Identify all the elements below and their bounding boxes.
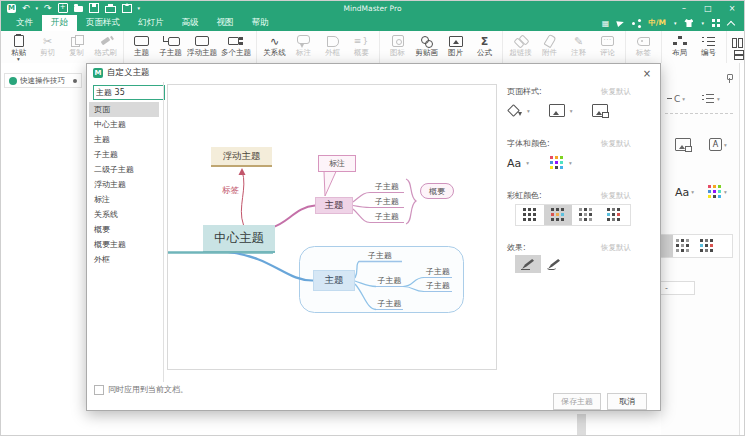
- preview-topic-pink[interactable]: 主题: [315, 197, 353, 214]
- menu-tab[interactable]: 文件: [7, 15, 42, 31]
- ribbon-button[interactable]: 图标: [383, 33, 412, 58]
- ribbon-button[interactable]: 标签: [629, 33, 658, 58]
- ribbon-button[interactable]: 注释: [564, 33, 593, 58]
- theme-name-input[interactable]: [93, 85, 165, 100]
- ribbon-button[interactable]: 编号: [694, 33, 723, 58]
- menu-tab[interactable]: 开始: [42, 15, 77, 31]
- preview-subtopic[interactable]: 子主题: [358, 249, 402, 262]
- effect-option-1[interactable]: [515, 255, 541, 273]
- ribbon-button[interactable]: 超链接: [506, 33, 535, 58]
- caret-icon[interactable]: ▾: [569, 160, 572, 166]
- style-list-item[interactable]: 概要: [89, 222, 159, 237]
- ribbon-button[interactable]: 格式刷: [91, 33, 120, 58]
- undo-button[interactable]: ↶: [22, 2, 30, 14]
- skin-button[interactable]: [684, 19, 693, 27]
- ribbon-button[interactable]: 外框: [318, 33, 347, 58]
- style-list-item[interactable]: 页面: [89, 102, 159, 117]
- ribbon-button[interactable]: 主题: [127, 33, 156, 58]
- ribbon-button[interactable]: 浮动主题: [185, 33, 219, 58]
- ribbon-button[interactable]: 公式: [470, 33, 499, 58]
- open-button[interactable]: [74, 2, 83, 14]
- ribbon-button[interactable]: 评论: [593, 33, 622, 58]
- rainbow-option-1[interactable]: [516, 205, 544, 225]
- preview-central-topic[interactable]: 中心主题: [203, 225, 275, 253]
- ribbon-button[interactable]: 标注: [289, 33, 318, 58]
- qr-code-icon[interactable]: ▦: [602, 19, 610, 28]
- theme-grid-icon[interactable]: [676, 239, 679, 242]
- ribbon-button[interactable]: 图片: [441, 33, 470, 58]
- style-list-item[interactable]: 中心主题: [89, 117, 159, 132]
- ribbon-button[interactable]: 关系线: [260, 33, 289, 58]
- print-button[interactable]: [105, 2, 116, 14]
- redo-button[interactable]: ↷: [44, 2, 52, 14]
- style-list-item[interactable]: 子主题: [89, 147, 159, 162]
- export-button[interactable]: [122, 2, 132, 14]
- menu-tab[interactable]: 页面样式: [77, 15, 129, 31]
- menu-tab[interactable]: 高级: [173, 15, 208, 31]
- menu-tab[interactable]: 视图: [208, 15, 243, 31]
- selected-theme-cell[interactable]: [661, 235, 673, 257]
- maximize-button[interactable]: □: [696, 1, 720, 15]
- font-button[interactable]: Aa▾: [675, 186, 694, 199]
- apps-grid-icon[interactable]: [712, 19, 720, 27]
- undo-caret-icon[interactable]: ▾: [36, 5, 39, 11]
- style-list-item[interactable]: 二级子主题: [89, 162, 159, 177]
- preview-subtopic[interactable]: 子主题: [370, 195, 404, 208]
- ribbon-button[interactable]: 复制: [62, 33, 91, 58]
- style-list-item[interactable]: 标注: [89, 192, 159, 207]
- ribbon-button[interactable]: 子主题: [156, 33, 185, 58]
- preview-subtopic[interactable]: 子主题: [376, 274, 403, 287]
- style-list-item[interactable]: 主题: [89, 132, 159, 147]
- effect-option-2[interactable]: [541, 255, 567, 273]
- background-image-icon[interactable]: [549, 104, 565, 117]
- send-icon[interactable]: [617, 20, 624, 26]
- restore-default-link[interactable]: 恢复默认: [601, 139, 647, 149]
- remove-background-icon[interactable]: [592, 104, 608, 117]
- preview-subtopic[interactable]: 子主题: [424, 279, 452, 292]
- preview-subtopic[interactable]: 子主题: [370, 210, 404, 223]
- menu-tab[interactable]: 帮助: [243, 15, 278, 31]
- style-list-item[interactable]: 外框: [89, 252, 159, 267]
- numbering-button[interactable]: ▾: [701, 93, 720, 104]
- dialog-close-button[interactable]: ×: [640, 68, 654, 79]
- ribbon-button[interactable]: 粘贴 ▾: [4, 33, 33, 64]
- preview-subtopic[interactable]: 子主题: [424, 265, 452, 278]
- theme-grid-icon[interactable]: [700, 239, 703, 242]
- share-icon[interactable]: [632, 22, 640, 25]
- preview-subtopic[interactable]: 子主题: [376, 297, 403, 310]
- preview-summary[interactable]: 概要: [420, 183, 454, 199]
- quick-tips-tab[interactable]: 快速操作技巧: [4, 73, 82, 88]
- cancel-button[interactable]: 取消: [607, 393, 647, 410]
- style-list-item[interactable]: 关系线: [89, 207, 159, 222]
- fill-color-icon[interactable]: [507, 104, 522, 117]
- ribbon-button[interactable]: 布局: [665, 33, 694, 58]
- save-button[interactable]: [89, 2, 99, 14]
- text-box-button[interactable]: A▾: [709, 138, 727, 151]
- caret-icon[interactable]: ▾: [527, 108, 530, 114]
- ribbon-button[interactable]: 附件: [535, 33, 564, 58]
- branch-style-button[interactable]: C▾: [667, 94, 685, 104]
- apply-checkbox[interactable]: [94, 385, 104, 395]
- collapse-ribbon-button[interactable]: [728, 19, 734, 28]
- scroll-handle[interactable]: [577, 414, 586, 436]
- menu-tab[interactable]: 幻灯片: [129, 15, 173, 31]
- color-button[interactable]: ▾: [708, 185, 727, 199]
- restore-default-link[interactable]: 恢复默认: [601, 243, 647, 253]
- ribbon-button[interactable]: 剪贴画: [412, 33, 441, 58]
- caret-icon[interactable]: ▾: [570, 108, 573, 114]
- ribbon-button[interactable]: 多个主题: [219, 33, 253, 58]
- rainbow-option-2[interactable]: [544, 205, 572, 225]
- font-icon[interactable]: Aa: [507, 157, 521, 170]
- restore-default-link[interactable]: 恢复默认: [601, 191, 647, 201]
- skin-caret-icon[interactable]: ▾: [701, 20, 704, 26]
- rainbow-option-3[interactable]: [572, 205, 600, 225]
- save-theme-button[interactable]: 保存主题: [553, 393, 601, 410]
- toolbar-more-caret-icon[interactable]: ▾: [138, 5, 141, 11]
- caret-icon[interactable]: ▾: [526, 160, 529, 166]
- restore-default-link[interactable]: 恢复默认: [601, 87, 647, 97]
- close-window-button[interactable]: ×: [720, 1, 744, 15]
- new-document-button[interactable]: +: [58, 2, 68, 14]
- preview-subtopic[interactable]: 子主题: [370, 180, 404, 193]
- preview-relationship-label[interactable]: 标签: [222, 185, 239, 197]
- preview-callout[interactable]: 标注: [318, 155, 356, 172]
